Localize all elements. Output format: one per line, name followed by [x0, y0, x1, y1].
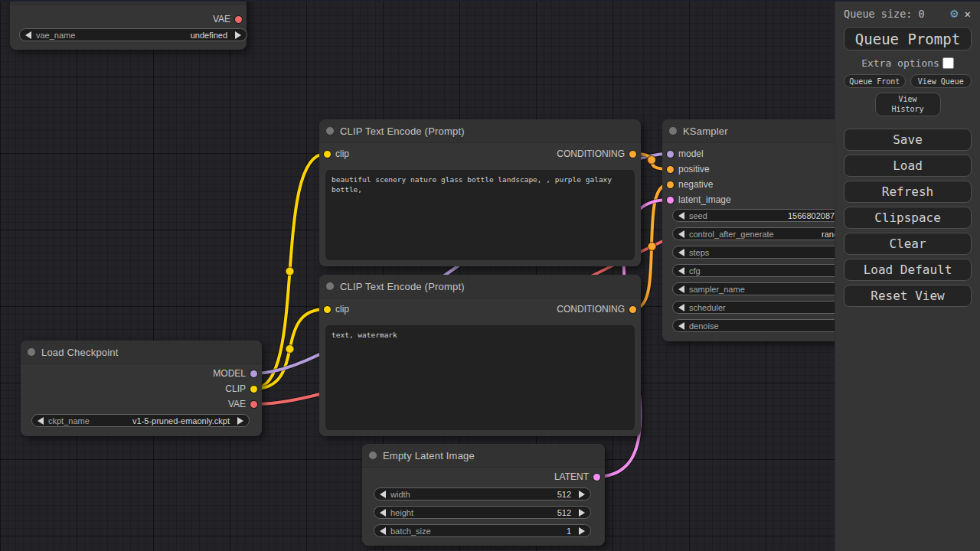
widget-value: 512	[557, 490, 571, 499]
width-widget[interactable]: width 512	[374, 487, 591, 500]
port-label: model	[678, 148, 704, 159]
view-queue-button[interactable]: View Queue	[910, 74, 972, 88]
node-empty-latent-image[interactable]: Empty Latent Image LATENT width 512 heig…	[362, 444, 605, 546]
refresh-button[interactable]: Refresh	[844, 181, 972, 203]
conditioning-output-port[interactable]: CONDITIONING	[557, 148, 641, 160]
node-title-bar[interactable]: Load Checkpoint	[21, 341, 262, 364]
node-load-checkpoint[interactable]: Load Checkpoint MODEL CLIP VAE ckpt_name…	[21, 341, 262, 436]
increment-arrow-icon[interactable]	[579, 527, 585, 535]
collapse-dot-icon[interactable]	[326, 282, 334, 290]
load-default-button[interactable]: Load Default	[844, 259, 972, 281]
increment-arrow-icon[interactable]	[237, 417, 243, 425]
port-label: VAE	[228, 399, 246, 409]
model-output-port[interactable]: MODEL	[213, 367, 262, 380]
widget-label: width	[390, 490, 410, 499]
conditioning-port-dot[interactable]	[667, 166, 674, 173]
clip-output-port[interactable]: CLIP	[225, 383, 262, 395]
settings-gear-icon[interactable]: ⚙	[950, 7, 958, 20]
collapse-dot-icon[interactable]	[669, 127, 677, 135]
conditioning-port-dot[interactable]	[629, 151, 636, 158]
widget-label: height	[390, 508, 413, 517]
negative-input-port[interactable]: negative	[662, 178, 713, 191]
clip-port-dot[interactable]	[250, 386, 257, 393]
collapse-dot-icon[interactable]	[326, 127, 334, 135]
clipspace-button[interactable]: Clipspace	[844, 207, 972, 229]
queue-prompt-button[interactable]: Queue Prompt	[844, 27, 972, 51]
ckpt-name-widget[interactable]: ckpt_name v1-5-pruned-emaonly.ckpt	[31, 414, 250, 427]
reset-view-button[interactable]: Reset View	[844, 285, 972, 307]
port-label: CONDITIONING	[557, 148, 625, 159]
vae-output-port[interactable]: VAE	[228, 398, 262, 410]
port-label: clip	[335, 304, 349, 315]
clip-port-dot[interactable]	[324, 306, 331, 313]
queue-front-button[interactable]: Queue Front	[844, 74, 906, 88]
decrement-arrow-icon[interactable]	[38, 417, 44, 425]
widget-value: 1	[567, 527, 571, 536]
clip-input-port[interactable]: clip	[319, 303, 349, 315]
batch-size-widget[interactable]: batch_size 1	[374, 524, 591, 537]
prompt-textarea[interactable]: beautiful scenery nature glass bottle la…	[325, 170, 635, 260]
prompt-textarea[interactable]: text, watermark	[325, 325, 635, 430]
conditioning-port-dot[interactable]	[629, 306, 636, 313]
decrement-arrow-icon[interactable]	[678, 267, 684, 275]
clip-input-port[interactable]: clip	[319, 148, 349, 160]
node-title-bar[interactable]: CLIP Text Encode (Prompt)	[319, 275, 641, 298]
decrement-arrow-icon[interactable]	[678, 285, 684, 293]
widget-label: vae_name	[36, 31, 75, 40]
increment-arrow-icon[interactable]	[579, 491, 585, 498]
decrement-arrow-icon[interactable]	[678, 322, 684, 330]
decrement-arrow-icon[interactable]	[380, 527, 386, 535]
node-title-bar[interactable]: CLIP Text Encode (Prompt)	[319, 119, 641, 143]
clear-button[interactable]: Clear	[844, 233, 972, 255]
queue-size-label: Queue size: 0	[844, 8, 925, 20]
node-clip-text-encode-negative[interactable]: CLIP Text Encode (Prompt) clip CONDITION…	[319, 275, 641, 436]
positive-input-port[interactable]: positive	[662, 163, 710, 175]
node-title-bar[interactable]: Empty Latent Image	[362, 444, 605, 468]
height-widget[interactable]: height 512	[374, 506, 591, 519]
clip-port-dot[interactable]	[324, 151, 331, 158]
node-load-vae[interactable]: VAE vae_name undefined	[10, 0, 247, 50]
vae-output-port[interactable]: VAE	[213, 13, 247, 25]
widget-label: steps	[689, 248, 709, 257]
close-icon[interactable]: ✕	[965, 8, 971, 19]
conditioning-output-port[interactable]: CONDITIONING	[557, 303, 641, 315]
port-label: CLIP	[225, 383, 246, 394]
decrement-arrow-icon[interactable]	[678, 249, 684, 256]
comfyui-app: VAE vae_name undefined CLIP Text Encode …	[0, 0, 980, 551]
link-midpoint-dot	[286, 345, 294, 354]
decrement-arrow-icon[interactable]	[25, 31, 31, 39]
latent-output-port[interactable]: LATENT	[554, 471, 605, 483]
load-button[interactable]: Load	[844, 155, 972, 177]
decrement-arrow-icon[interactable]	[678, 212, 684, 220]
decrement-arrow-icon[interactable]	[678, 230, 684, 238]
extra-options-checkbox[interactable]	[942, 57, 954, 69]
collapse-dot-icon[interactable]	[28, 348, 35, 356]
model-port-dot[interactable]	[250, 370, 257, 377]
widget-label: batch_size	[390, 527, 431, 536]
widget-value: 512	[557, 508, 571, 517]
node-graph-canvas[interactable]: VAE vae_name undefined CLIP Text Encode …	[0, 0, 980, 551]
decrement-arrow-icon[interactable]	[380, 491, 386, 498]
port-label: VAE	[213, 14, 230, 24]
node-title: KSampler	[683, 126, 728, 137]
model-input-port[interactable]: model	[662, 148, 704, 160]
decrement-arrow-icon[interactable]	[380, 509, 386, 517]
decrement-arrow-icon[interactable]	[678, 304, 684, 311]
vae-name-widget[interactable]: vae_name undefined	[19, 28, 247, 41]
latent-image-input-port[interactable]: latent_image	[662, 194, 731, 206]
conditioning-port-dot[interactable]	[667, 181, 674, 188]
vae-port-dot[interactable]	[250, 401, 257, 408]
node-clip-text-encode-positive[interactable]: CLIP Text Encode (Prompt) clip CONDITION…	[319, 119, 641, 266]
save-button[interactable]: Save	[844, 129, 972, 151]
port-label: clip	[335, 148, 349, 159]
increment-arrow-icon[interactable]	[579, 509, 585, 517]
latent-port-dot[interactable]	[593, 474, 600, 481]
model-port-dot[interactable]	[667, 151, 674, 158]
collapse-dot-icon[interactable]	[369, 452, 377, 459]
increment-arrow-icon[interactable]	[235, 31, 241, 39]
vae-port-dot[interactable]	[235, 16, 242, 23]
latent-port-dot[interactable]	[667, 197, 674, 204]
node-title: CLIP Text Encode (Prompt)	[340, 281, 465, 292]
widget-label: seed	[689, 211, 707, 220]
view-history-button[interactable]: View History	[875, 93, 941, 116]
